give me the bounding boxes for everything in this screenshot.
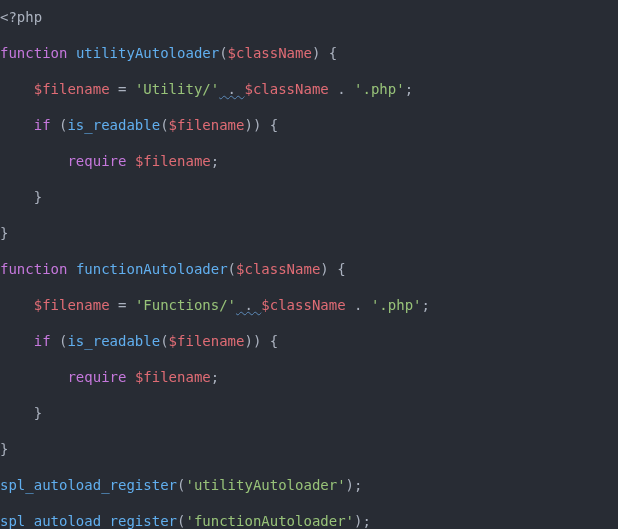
blank-line [0, 206, 618, 224]
keyword-function: function [0, 45, 67, 61]
blank-line [0, 62, 618, 80]
code-line: <?php [0, 8, 618, 26]
code-line: require $filename; [0, 368, 618, 386]
blank-line [0, 350, 618, 368]
code-line: function utilityAutoloader($className) { [0, 44, 618, 62]
var-filename: $filename [169, 117, 245, 133]
var-filename: $filename [126, 153, 210, 169]
keyword-if: if [34, 117, 51, 133]
function-name: utilityAutoloader [76, 45, 219, 61]
keyword-require: require [67, 153, 126, 169]
string-literal: 'Utility/' [135, 81, 219, 97]
concat-operator: . [219, 81, 244, 97]
var-filename: $filename [169, 333, 245, 349]
string-literal: 'functionAutoloader' [185, 513, 354, 529]
fn-is-readable: is_readable [67, 117, 160, 133]
code-line: function functionAutoloader($className) … [0, 260, 618, 278]
var-filename: $filename [126, 369, 210, 385]
var-filename: $filename [34, 81, 110, 97]
function-name: functionAutoloader [76, 261, 228, 277]
var-filename: $filename [34, 297, 110, 313]
string-literal: '.php' [354, 81, 405, 97]
code-editor[interactable]: <?php function utilityAutoloader($classN… [0, 0, 618, 529]
param-var: $className [236, 261, 320, 277]
blank-line [0, 278, 618, 296]
blank-line [0, 170, 618, 188]
blank-line [0, 242, 618, 260]
code-line: } [0, 440, 618, 458]
code-line: } [0, 188, 618, 206]
var-classname: $className [261, 297, 345, 313]
string-literal: 'Functions/' [135, 297, 236, 313]
code-line: } [0, 404, 618, 422]
brace-close: } [0, 225, 8, 241]
code-line: spl_autoload_register('utilityAutoloader… [0, 476, 618, 494]
string-literal: 'utilityAutoloader' [185, 477, 345, 493]
string-literal: '.php' [371, 297, 422, 313]
code-line: spl_autoload_register('functionAutoloade… [0, 512, 618, 529]
var-classname: $className [244, 81, 328, 97]
php-open-tag: <?php [0, 9, 42, 25]
fn-spl-autoload-register: spl_autoload_register [0, 477, 177, 493]
code-line: $filename = 'Functions/' . $className . … [0, 296, 618, 314]
blank-line [0, 458, 618, 476]
keyword-function: function [0, 261, 67, 277]
blank-line [0, 134, 618, 152]
code-line: require $filename; [0, 152, 618, 170]
blank-line [0, 26, 618, 44]
blank-line [0, 314, 618, 332]
fn-spl-autoload-register: spl_autoload_register [0, 513, 177, 529]
fn-is-readable: is_readable [67, 333, 160, 349]
code-line: if (is_readable($filename)) { [0, 332, 618, 350]
brace-close: } [0, 441, 8, 457]
code-line: if (is_readable($filename)) { [0, 116, 618, 134]
brace-close: } [34, 405, 42, 421]
code-line: } [0, 224, 618, 242]
concat-operator: . [236, 297, 261, 313]
brace-close: } [34, 189, 42, 205]
param-var: $className [228, 45, 312, 61]
code-line: $filename = 'Utility/' . $className . '.… [0, 80, 618, 98]
blank-line [0, 422, 618, 440]
keyword-if: if [34, 333, 51, 349]
blank-line [0, 386, 618, 404]
blank-line [0, 98, 618, 116]
keyword-require: require [67, 369, 126, 385]
blank-line [0, 494, 618, 512]
